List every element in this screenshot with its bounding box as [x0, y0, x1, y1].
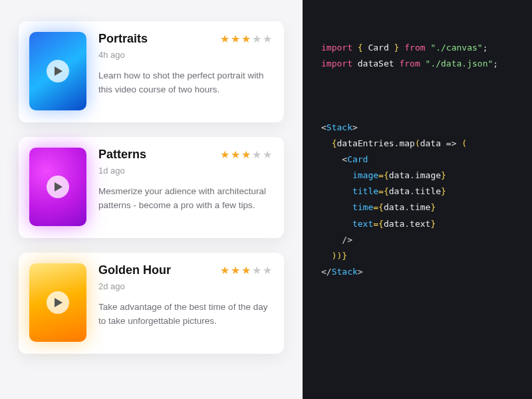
code-token: => [441, 138, 462, 148]
card-text: Learn how to shot the perfect portrait w… [98, 69, 272, 97]
code-token: < [342, 154, 347, 164]
code-token: image [415, 170, 441, 180]
code-token: Stack [332, 267, 358, 277]
code-token: ={ [373, 202, 384, 212]
star-icon: ★ [241, 33, 251, 45]
video-card[interactable]: Patterns ★ ★ ★ ★ ★ 1d ago Mesmerize your… [19, 137, 284, 238]
code-token: from [404, 43, 425, 53]
code-token: Card [347, 154, 368, 164]
code-token: title [415, 186, 441, 196]
star-icon: ★ [220, 148, 229, 161]
code-token: map [399, 138, 414, 148]
code-token: ; [493, 59, 498, 68]
code-token: . [404, 219, 410, 229]
code-token: > [358, 267, 363, 277]
card-thumbnail[interactable] [29, 32, 86, 110]
code-token: } [342, 251, 347, 261]
star-icon: ★ [241, 148, 251, 161]
code-token: text [352, 219, 373, 229]
card-time: 1d ago [98, 166, 272, 176]
code-token: } [394, 43, 400, 53]
code-token: ( [415, 138, 420, 148]
play-icon[interactable] [47, 291, 69, 314]
rating-stars[interactable]: ★ ★ ★ ★ ★ [220, 148, 272, 161]
star-icon: ★ [263, 148, 272, 161]
star-icon: ★ [220, 33, 229, 45]
card-body: Golden Hour ★ ★ ★ ★ ★ 2d ago Take advant… [98, 263, 272, 342]
code-token: "./canvas" [430, 43, 482, 53]
code-token: dataSet [358, 59, 394, 68]
card-thumbnail[interactable] [29, 263, 86, 342]
card-title: Golden Hour [98, 263, 171, 277]
star-icon: ★ [252, 264, 261, 277]
code-token: time [410, 202, 430, 212]
card-text: Mesmerize your adience with architectura… [98, 185, 272, 213]
code-token: Card [363, 43, 394, 53]
star-icon: ★ [252, 148, 261, 161]
code-token: } [430, 219, 436, 229]
code-token: data [389, 186, 410, 196]
code-token: import [321, 43, 352, 53]
star-icon: ★ [231, 264, 240, 277]
card-list-pane: Portraits ★ ★ ★ ★ ★ 4h ago Learn how to … [0, 0, 303, 399]
card-thumbnail[interactable] [29, 148, 86, 226]
code-token: time [352, 202, 373, 212]
code-token: data [384, 219, 404, 229]
code-token: > [352, 122, 358, 132]
code-token: "./data.json" [426, 59, 493, 68]
star-icon: ★ [231, 148, 240, 161]
code-token: . [410, 170, 415, 180]
code-token: ( [462, 138, 467, 148]
code-block[interactable]: import { Card } from "./canvas"; import … [321, 40, 513, 280]
video-card[interactable]: Portraits ★ ★ ★ ★ ★ 4h ago Learn how to … [19, 21, 284, 122]
code-token: from [399, 59, 420, 68]
code-token: data [389, 170, 410, 180]
star-icon: ★ [263, 264, 272, 277]
rating-stars[interactable]: ★ ★ ★ ★ ★ [220, 264, 272, 277]
code-token: data [420, 138, 441, 148]
star-icon: ★ [263, 33, 272, 45]
code-token: ={ [373, 219, 384, 229]
play-icon[interactable] [47, 176, 69, 198]
card-body: Patterns ★ ★ ★ ★ ★ 1d ago Mesmerize your… [98, 148, 272, 226]
code-token: } [430, 202, 436, 212]
code-token: } [441, 170, 446, 180]
star-icon: ★ [231, 33, 240, 45]
card-time: 4h ago [98, 50, 272, 60]
code-token: image [352, 170, 378, 180]
card-text: Take advantage of the best time of the d… [98, 301, 272, 329]
code-token: import [321, 59, 352, 68]
code-token: /> [342, 235, 352, 245]
code-token: } [441, 186, 446, 196]
card-time: 2d ago [98, 281, 272, 291]
star-icon: ★ [252, 33, 261, 45]
code-token: < [321, 122, 327, 132]
code-editor-pane: import { Card } from "./canvas"; import … [303, 0, 532, 399]
code-token: { [358, 43, 363, 53]
rating-stars[interactable]: ★ ★ ★ ★ ★ [220, 33, 272, 45]
code-token: ={ [378, 170, 389, 180]
code-token: </ [321, 267, 332, 277]
code-token: Stack [327, 122, 352, 132]
code-token: ; [483, 43, 488, 53]
code-token: . [404, 202, 410, 212]
card-title: Portraits [98, 32, 148, 46]
star-icon: ★ [220, 264, 229, 277]
card-body: Portraits ★ ★ ★ ★ ★ 4h ago Learn how to … [98, 32, 272, 110]
code-token: title [352, 186, 378, 196]
play-icon[interactable] [47, 60, 69, 82]
code-token: text [410, 219, 430, 229]
code-token: . [410, 186, 415, 196]
code-token: dataEntries [336, 138, 394, 148]
star-icon: ★ [241, 264, 251, 277]
card-title: Patterns [98, 148, 146, 162]
code-token: data [384, 202, 404, 212]
code-token: ={ [378, 186, 389, 196]
video-card[interactable]: Golden Hour ★ ★ ★ ★ ★ 2d ago Take advant… [19, 253, 284, 354]
